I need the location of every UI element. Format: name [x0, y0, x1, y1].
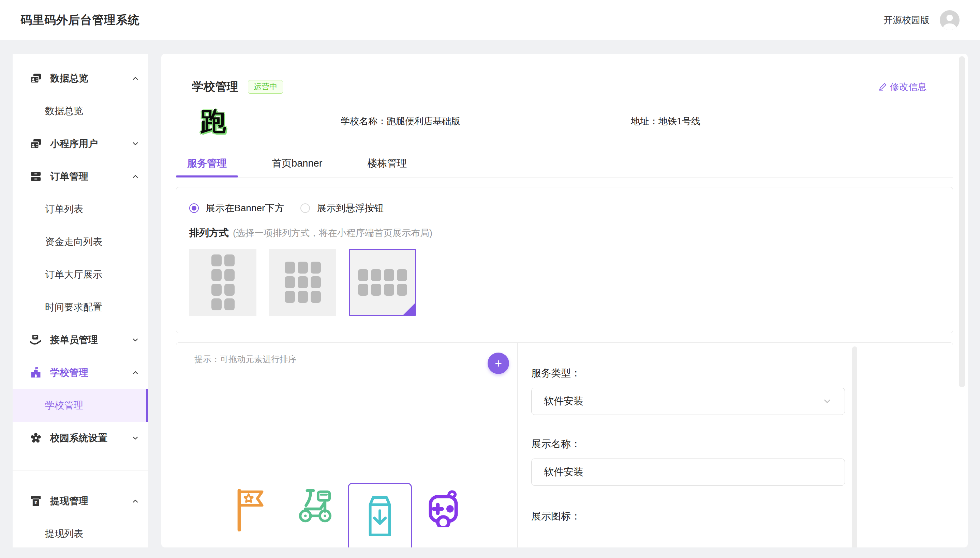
layout-option-cards	[189, 249, 940, 316]
layout-option-3x3[interactable]	[269, 249, 336, 316]
package-download-icon	[363, 492, 397, 536]
pencil-icon	[878, 82, 887, 92]
radio-show-floating-button[interactable]: 展示到悬浮按钮	[300, 202, 384, 215]
sidebar-item-label: 数据总览	[50, 72, 88, 85]
user-avatar[interactable]	[940, 10, 960, 30]
sidebar-item-label: 订单大厅展示	[45, 268, 102, 281]
service-config-box: 提示：可拖动元素进行排序 + 服务类型： 软件安装	[176, 342, 953, 547]
display-options-box: 展示在Banner下方 展示到悬浮按钮 排列方式 (选择一项排列方式，将在小程序…	[176, 187, 953, 333]
sidebar-group-campus-system-settings[interactable]: 校园系统设置	[13, 422, 148, 455]
sidebar-group-courier-management[interactable]: 接单员管理	[13, 323, 148, 356]
page-layout: 数据总览 数据总览 小程序用户 订单管理 订单列表 资金走向列表 订单	[0, 40, 980, 547]
radio-show-below-banner[interactable]: 展示在Banner下方	[189, 202, 284, 215]
app-title: 码里码外后台管理系统	[20, 12, 140, 28]
service-type-label: 服务类型：	[531, 366, 953, 380]
school-address: 地址：地铁1号线	[631, 115, 700, 127]
sidebar: 数据总览 数据总览 小程序用户 订单管理 订单列表 资金走向列表 订单	[13, 54, 148, 547]
sidebar-item-label: 订单管理	[50, 170, 88, 183]
chevron-down-icon	[822, 396, 832, 406]
layout-option-4x2-selected[interactable]	[349, 249, 416, 316]
page-header: 学校管理 运营中 修改信息	[192, 79, 927, 95]
sidebar-item-fund-flow-list[interactable]: 资金走向列表	[13, 225, 148, 258]
sidebar-item-order-hall-display[interactable]: 订单大厅展示	[13, 258, 148, 291]
school-info-row: 跑 学校名称：跑腿便利店基础版 地址：地铁1号线	[161, 104, 968, 138]
page-title: 学校管理	[192, 79, 238, 95]
status-badge: 运营中	[248, 80, 283, 94]
service-type-select[interactable]: 软件安装	[531, 388, 845, 415]
sidebar-item-label: 小程序用户	[50, 137, 98, 150]
gamepad-icon[interactable]	[425, 489, 461, 529]
edit-info-link[interactable]: 修改信息	[878, 81, 927, 93]
service-form-panel: 服务类型： 软件安装 展示名称： 展示图标：	[518, 343, 953, 547]
sidebar-item-school-management[interactable]: 学校管理	[13, 389, 148, 422]
arrange-mode-title: 排列方式	[189, 226, 229, 240]
sidebar-item-data-overview[interactable]: 数据总览	[13, 95, 148, 127]
sidebar-group-withdraw-management[interactable]: ¥ 提现管理	[13, 485, 148, 517]
sidebar-item-label: 校园系统设置	[50, 432, 107, 445]
tab-service-management[interactable]: 服务管理	[176, 153, 238, 177]
selected-service-frame[interactable]	[348, 483, 412, 547]
sidebar-item-label: 数据总览	[45, 105, 83, 118]
scooter-icon[interactable]	[297, 487, 334, 529]
service-type-value: 软件安装	[544, 394, 583, 408]
sidebar-item-label: 提现列表	[45, 527, 83, 540]
edit-info-label: 修改信息	[890, 81, 927, 93]
form-panel-scrollbar[interactable]	[852, 346, 857, 547]
courier-hand-icon	[29, 333, 43, 347]
radio-dot-unchecked	[300, 204, 310, 213]
chevron-up-icon	[131, 74, 140, 82]
chevron-up-icon	[131, 497, 140, 505]
display-icon-label: 展示图标：	[531, 510, 953, 523]
header-right: 开源校园版	[883, 10, 960, 30]
order-drawers-icon	[29, 170, 43, 183]
chevron-down-icon	[131, 140, 140, 148]
arrange-mode-row: 排列方式 (选择一项排列方式，将在小程序端首页展示布局)	[189, 226, 940, 240]
main-content-card: 学校管理 运营中 修改信息 跑 学校名称：跑腿便利店基础版 地址：地铁1号线 服…	[161, 54, 968, 547]
tab-building-management[interactable]: 楼栋管理	[356, 153, 418, 177]
sidebar-item-label: 时间要求配置	[45, 301, 102, 314]
layout-option-2x4[interactable]	[189, 249, 257, 316]
card-scrollbar[interactable]	[959, 56, 965, 387]
sidebar-item-label: 提现管理	[50, 495, 88, 507]
person-icon	[940, 10, 960, 30]
app-header: 码里码外后台管理系统 开源校园版	[0, 0, 980, 40]
sidebar-divider	[13, 470, 148, 471]
grid-preview-4x2	[358, 269, 407, 296]
svg-text:¥: ¥	[34, 500, 38, 505]
grid-preview-2x4	[211, 254, 235, 310]
flag-icon[interactable]	[234, 487, 269, 533]
chevron-up-icon	[131, 369, 140, 377]
school-name: 学校名称：跑腿便利店基础版	[341, 115, 460, 127]
sort-tip: 提示：可拖动元素进行排序	[194, 354, 296, 365]
radio-dot-checked	[189, 204, 199, 213]
tab-home-banner[interactable]: 首页banner	[260, 153, 333, 177]
sidebar-group-data-overview[interactable]: 数据总览	[13, 62, 148, 95]
sidebar-item-order-list[interactable]: 订单列表	[13, 193, 148, 225]
sidebar-group-order-management[interactable]: 订单管理	[13, 160, 148, 193]
sidebar-item-label: 学校管理	[50, 366, 88, 379]
sidebar-item-label: 接单员管理	[50, 333, 98, 346]
chevron-up-icon	[131, 172, 140, 181]
sidebar-item-label: 资金走向列表	[45, 235, 102, 248]
tab-bar: 服务管理 首页banner 楼栋管理	[176, 153, 953, 177]
display-position-radios: 展示在Banner下方 展示到悬浮按钮	[189, 202, 940, 215]
sidebar-item-label: 订单列表	[45, 203, 83, 216]
sidebar-item-withdraw-list[interactable]: 提现列表	[13, 517, 148, 550]
sidebar-item-time-requirement-config[interactable]: 时间要求配置	[13, 291, 148, 323]
user-cards-icon	[29, 137, 43, 151]
sidebar-group-miniprogram-users[interactable]: 小程序用户	[13, 127, 148, 160]
data-cards-icon	[29, 72, 43, 85]
sidebar-group-school-management[interactable]: 学校管理	[13, 356, 148, 389]
arrange-mode-hint: (选择一项排列方式，将在小程序端首页展示布局)	[233, 227, 432, 239]
add-service-button[interactable]: +	[488, 353, 509, 374]
sidebar-item-label: 学校管理	[45, 399, 83, 412]
school-building-icon	[29, 366, 43, 379]
display-name-input[interactable]	[531, 458, 845, 486]
chevron-down-icon	[131, 336, 140, 344]
version-label: 开源校园版	[883, 14, 929, 26]
settings-gear-icon	[29, 431, 43, 445]
chevron-down-icon	[131, 434, 140, 442]
grid-preview-3x3	[285, 262, 321, 303]
withdraw-atm-icon: ¥	[29, 494, 43, 508]
service-drag-panel: 提示：可拖动元素进行排序 +	[176, 343, 518, 547]
